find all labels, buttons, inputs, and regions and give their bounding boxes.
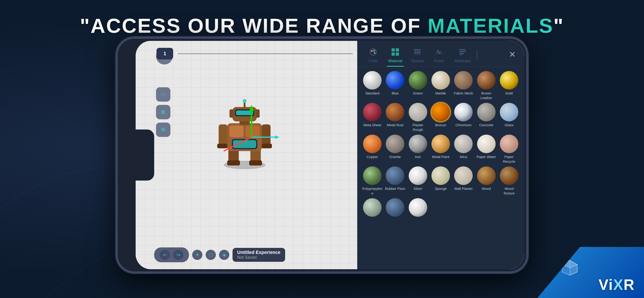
material-item-chromium[interactable]: Chromium — [453, 103, 474, 132]
material-item-iron[interactable]: Iron — [408, 135, 428, 164]
tab-material[interactable]: Material — [384, 46, 406, 67]
tab-divider — [477, 50, 477, 60]
svg-rect-33 — [392, 53, 395, 56]
material-item-meta-sheet[interactable]: Meta Sheet — [362, 103, 383, 132]
material-ball-metal-paint — [432, 135, 450, 153]
sidebar-btn-n[interactable]: N — [156, 123, 170, 137]
robot-model — [205, 86, 284, 174]
svg-rect-2 — [227, 160, 240, 165]
material-item-metal-rust[interactable]: Metal Rust — [384, 103, 406, 132]
material-ball-copper — [363, 135, 382, 153]
material-name-silver: Silver — [414, 186, 422, 191]
svg-rect-6 — [230, 126, 244, 137]
material-ball-glass — [500, 103, 518, 121]
material-item-granite[interactable]: Granite — [384, 135, 406, 164]
material-name-gold: Gold — [505, 91, 513, 96]
svg-marker-25 — [275, 135, 279, 139]
material-item-extra2[interactable] — [384, 198, 406, 218]
tab-color[interactable]: Color — [363, 46, 384, 67]
svg-rect-15 — [256, 109, 260, 118]
3d-viewport[interactable]: ‹ 1 □ B N — [136, 41, 357, 269]
material-item-green[interactable]: Green — [408, 71, 428, 100]
material-name-meta-sheet: Meta Sheet — [364, 123, 381, 127]
material-ball-wall-plaster — [454, 166, 473, 185]
undo-button[interactable]: ↩ — [160, 250, 170, 260]
close-panel-button[interactable]: ✕ — [506, 50, 518, 63]
object-label: 1 — [156, 48, 173, 59]
material-item-blue[interactable]: Blue — [384, 71, 406, 100]
material-name-mica: Mica — [460, 155, 467, 159]
material-item-fabric-mesh[interactable]: Fabric Mesh — [453, 71, 474, 100]
headline-part1: "ACCESS OUR WIDE RANGE OF — [80, 14, 428, 37]
material-name-chromium: Chromium — [456, 123, 472, 127]
svg-rect-4 — [249, 160, 262, 165]
material-name-granite: Granite — [390, 155, 401, 159]
sidebar-btn-b[interactable]: B — [156, 105, 170, 119]
material-name-standard: Standard — [365, 91, 380, 96]
phone-notch — [136, 130, 154, 181]
material-ball-bronze — [432, 103, 450, 121]
material-item-copper[interactable]: Copper — [362, 135, 383, 164]
material-name-green: Green — [413, 91, 423, 96]
material-ball-iron — [409, 135, 427, 153]
undo-redo-group: ↩ ↪ — [154, 247, 189, 262]
tab-attributes[interactable]: Attributes — [450, 46, 474, 67]
vixr-corner: ViXR — [537, 247, 644, 298]
material-item-wood[interactable]: Wood — [476, 166, 496, 195]
material-name-sponge: Sponge — [435, 186, 447, 191]
scale-tool[interactable]: ◈ — [219, 250, 229, 260]
move-tool[interactable]: ✦ — [192, 250, 202, 260]
material-item-wood-texture[interactable]: Wood Texture — [499, 166, 520, 195]
material-item-plaster-rough[interactable]: Plaster Rough — [408, 103, 428, 132]
material-item-wall-plaster[interactable]: Wall Plaster — [453, 166, 474, 195]
material-item-glass[interactable]: Glass — [499, 103, 520, 132]
svg-rect-44 — [459, 49, 466, 50]
texture-tab-icon — [413, 48, 422, 57]
material-name-wood-texture: Wood Texture — [499, 186, 520, 195]
tab-texture[interactable]: Texture — [407, 46, 428, 67]
material-item-marble[interactable]: Marble — [430, 71, 451, 100]
material-item-bronze[interactable]: Bronze — [430, 103, 451, 132]
material-item-metal-paint[interactable]: Metal Paint — [430, 135, 451, 164]
material-item-rubber-floor[interactable]: Rubber Floor — [384, 166, 406, 195]
material-ball-metal-rust — [386, 103, 404, 121]
vixr-logo: ViXR — [598, 276, 635, 293]
material-item-gold[interactable]: Gold — [499, 71, 520, 100]
sidebar-btn-square[interactable]: □ — [156, 87, 170, 102]
material-name-rubber-floor: Rubber Floor — [385, 186, 406, 191]
material-item-standard[interactable]: Standard — [362, 71, 383, 100]
vixr-cube-icon — [560, 258, 579, 277]
material-item-paper-water[interactable]: Paper Water — [476, 135, 496, 164]
material-item-concrete[interactable]: Concrete — [476, 103, 496, 132]
tab-fonts[interactable]: AA Fonts — [429, 46, 450, 67]
material-ball-granite — [386, 135, 404, 153]
svg-rect-47 — [459, 54, 463, 55]
material-item-paper-recycle[interactable]: Paper Recycle — [499, 135, 520, 164]
material-ball-meta-sheet — [363, 103, 382, 121]
material-item-extra1[interactable] — [362, 198, 383, 218]
material-item-extra3[interactable] — [408, 198, 428, 218]
material-name-copper: Copper — [367, 155, 378, 159]
svg-point-29 — [373, 50, 375, 52]
material-name-iron: Iron — [415, 155, 421, 159]
redo-button[interactable]: ↪ — [173, 250, 183, 260]
material-ball-chromium — [454, 103, 473, 121]
material-item-silver[interactable]: Silver — [408, 166, 428, 195]
material-tab-icon — [391, 48, 400, 57]
phone-screen: ‹ 1 □ B N — [136, 41, 524, 269]
project-status: Not Saved — [237, 255, 280, 260]
material-item-sponge[interactable]: Sponge — [430, 166, 451, 195]
material-ball-paper-water — [477, 135, 496, 153]
color-tab-icon — [369, 48, 378, 57]
rotate-tool[interactable]: ⬡ — [206, 250, 216, 260]
material-item-brown-leather[interactable]: Brown Leather — [476, 71, 496, 100]
material-ball-plaster-rough — [409, 103, 427, 121]
material-ball-rubber-floor — [386, 166, 404, 185]
phone-device: ‹ 1 □ B N — [116, 37, 528, 273]
viewport-top-bar: 1 — [156, 48, 352, 59]
material-item-polypropylene[interactable]: Polypropylene — [362, 166, 383, 195]
material-item-mica[interactable]: Mica — [453, 135, 474, 164]
material-name-brown-leather: Brown Leather — [476, 91, 496, 100]
svg-text:A: A — [439, 50, 442, 55]
material-name-plaster-rough: Plaster Rough — [408, 123, 428, 132]
